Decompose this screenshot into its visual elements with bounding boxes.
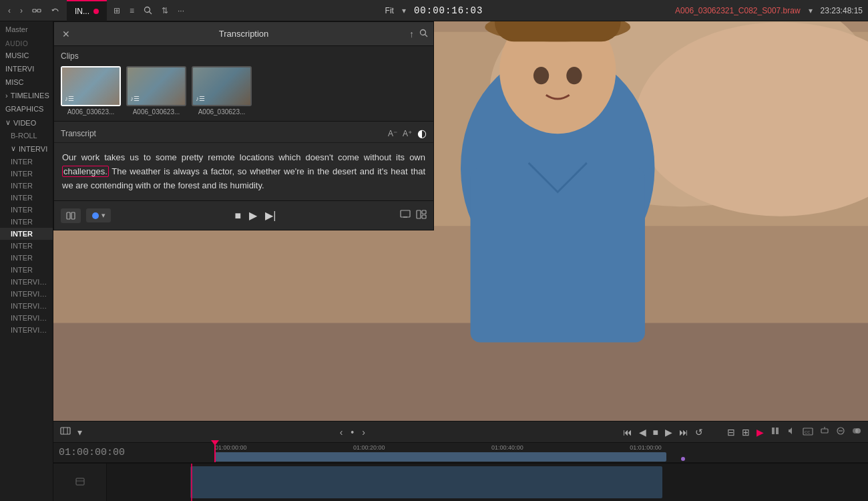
svg-rect-0 — [33, 9, 36, 12]
layout-btn[interactable] — [416, 210, 427, 222]
back-btn[interactable]: ‹ — [5, 5, 13, 17]
tl-dropdown-btn[interactable]: ▾ — [76, 426, 83, 439]
sidebar-sub-5[interactable]: INTER — [0, 204, 53, 216]
clip-thumb-3[interactable]: ♪☰ A006_030623... — [192, 66, 252, 116]
tl-zoom-out[interactable]: ⊟ — [726, 426, 736, 439]
tl-clip-block[interactable] — [215, 452, 666, 462]
video-label: VIDEO — [13, 119, 36, 127]
sidebar-sub-8[interactable]: INTER — [0, 240, 53, 252]
fit-dropdown[interactable]: ▾ — [402, 6, 406, 15]
sidebar-sub-active[interactable]: INTER — [0, 228, 53, 240]
font-decrease-btn[interactable]: A⁻ — [388, 129, 397, 138]
theme-toggle-btn[interactable]: ◐ — [417, 127, 427, 140]
panel-close-btn[interactable]: ✕ — [59, 27, 73, 41]
tl-left-arrow[interactable]: ‹ — [339, 426, 345, 439]
sidebar-item-graphics[interactable]: GRAPHICS — [0, 102, 53, 116]
toolbar-right: A006_03062321_C082_S007.braw ▾ 23:23:48:… — [675, 6, 863, 15]
tl-back-btn[interactable]: ◀ — [638, 426, 648, 439]
svg-rect-13 — [495, 21, 621, 41]
system-time: 23:23:48:15 — [821, 6, 863, 15]
panel-actions: ↑ — [409, 29, 428, 39]
sidebar-sub-6[interactable]: INTER — [0, 216, 53, 228]
transcript-text-before: Our work takes us to some pretty remote … — [62, 152, 425, 162]
stop-btn[interactable]: ■ — [235, 210, 242, 222]
clips-section: Clips ♪☰ A006_030623... ♪☰ — [54, 46, 433, 122]
monitor-btn[interactable] — [400, 210, 411, 222]
sidebar-item-interview13[interactable]: INTERVIEW 13 — [0, 300, 53, 312]
timelines-group[interactable]: › TIMELINES — [0, 89, 53, 102]
tl-fx-btn[interactable] — [819, 425, 831, 439]
tl-next-btn[interactable]: ⏭ — [678, 426, 690, 439]
intervi-group[interactable]: ∨ INTERVI — [0, 142, 53, 156]
sidebar-item-intervi[interactable]: INTERVI — [0, 62, 53, 75]
sidebar-item-interview12[interactable]: INTERVIEW 12 — [0, 288, 53, 300]
sidebar-item-misc[interactable]: MISC — [0, 75, 53, 89]
thumb-icon-1: ♪☰ — [65, 95, 74, 102]
clip-name-dropdown[interactable]: ▾ — [809, 6, 813, 15]
tl-zoom-in[interactable]: ⊞ — [740, 426, 751, 439]
sidebar-item-music[interactable]: MUSIC — [0, 49, 53, 62]
tl-stab-btn[interactable] — [835, 425, 847, 439]
tl-marker-2: 01:00:20:00 — [353, 444, 385, 451]
forward-btn[interactable]: › — [17, 5, 25, 17]
sidebar-sub-1[interactable]: INTER — [0, 156, 53, 168]
sidebar-sub-10[interactable]: INTER — [0, 264, 53, 276]
tl-marker-1: 01:00:00:00 — [215, 444, 247, 451]
undo-btn[interactable] — [48, 5, 63, 17]
tl-stop-btn[interactable]: ■ — [652, 426, 660, 439]
svg-rect-30 — [772, 428, 775, 434]
panel-search-btn[interactable] — [419, 29, 428, 39]
sidebar-item-interview15[interactable]: INTERVIEW 15 — [0, 324, 53, 336]
tl-prev-btn[interactable]: ⏮ — [622, 426, 634, 439]
tl-play-btn[interactable]: ▶ — [664, 426, 674, 439]
search-btn[interactable] — [141, 5, 155, 16]
font-increase-btn[interactable]: A⁺ — [403, 129, 412, 138]
sidebar-sub-4[interactable]: INTER — [0, 192, 53, 204]
tl-audio-clip[interactable] — [190, 466, 662, 498]
tl-marker-dot — [681, 457, 685, 461]
play-next-btn[interactable]: ▶| — [265, 209, 276, 222]
clip-thumb-2[interactable]: ♪☰ A006_030623... — [126, 66, 186, 116]
sidebar-sub-9[interactable]: INTER — [0, 252, 53, 264]
tl-dot[interactable]: • — [349, 426, 355, 439]
tl-snap-btn[interactable] — [769, 425, 781, 439]
panel-bottom: ▾ ■ ▶ ▶| — [54, 200, 433, 230]
thumb-icon-3: ♪☰ — [196, 95, 205, 102]
tl-right-arrow[interactable]: › — [361, 426, 367, 439]
toolbar-center: Fit ▾ 00:00:16:03 — [385, 5, 483, 16]
timeline-toolbar: ▾ ‹ • › ⏮ ◀ ■ ▶ ⏭ ↺ ⊟ — [53, 422, 868, 443]
clip-thumb-img-3: ♪☰ — [192, 66, 252, 106]
grid-view-btn[interactable]: ⊞ — [111, 5, 123, 17]
more-btn[interactable]: ··· — [175, 5, 187, 17]
tl-audio-btn[interactable] — [785, 425, 797, 439]
sidebar-sub-2[interactable]: INTER — [0, 168, 53, 180]
sidebar-sub-3[interactable]: INTER — [0, 180, 53, 192]
filter-btn[interactable]: ⇅ — [159, 5, 171, 17]
video-group[interactable]: ∨ VIDEO — [0, 116, 53, 130]
tl-track-icon[interactable] — [74, 476, 86, 490]
clip-thumb-1[interactable]: ♪☰ A006_030623... — [61, 66, 121, 116]
link-btn[interactable] — [29, 5, 44, 17]
svg-rect-27 — [61, 428, 70, 434]
tl-color-btn[interactable] — [851, 425, 863, 439]
svg-rect-40 — [76, 478, 84, 485]
tl-loop-btn[interactable]: ↺ — [694, 426, 704, 439]
active-tab[interactable]: IN... — [67, 0, 107, 21]
main-layout: Master AUDIO MUSIC INTERVI MISC › TIMELI… — [0, 21, 868, 501]
sidebar-item-interview14[interactable]: INTERVIEW 14 — [0, 312, 53, 324]
tl-captions-btn[interactable]: CC — [801, 426, 815, 439]
transcript-header: Transcript A⁻ A⁺ ◐ — [54, 122, 433, 143]
clip-view-btn[interactable] — [61, 208, 81, 223]
tl-clip-mode-btn[interactable] — [59, 425, 72, 439]
timelines-label: TIMELINES — [11, 92, 49, 100]
play-btn[interactable]: ▶ — [249, 209, 257, 222]
transcript-section: Transcript A⁻ A⁺ ◐ Our work takes us to … — [54, 122, 433, 200]
export-btn[interactable]: ↑ — [409, 29, 414, 39]
sidebar-item-broll[interactable]: B-ROLL — [0, 130, 53, 142]
tl-cursor-btn[interactable]: ▶ — [755, 426, 765, 439]
left-sidebar: Master AUDIO MUSIC INTERVI MISC › TIMELI… — [0, 21, 53, 501]
clip-thumb-img-1: ♪☰ — [61, 66, 121, 106]
sidebar-item-interview11[interactable]: INTERVIEW 11 — [0, 276, 53, 288]
color-tag-btn[interactable]: ▾ — [86, 208, 111, 222]
list-view-btn[interactable]: ≡ — [127, 5, 137, 17]
